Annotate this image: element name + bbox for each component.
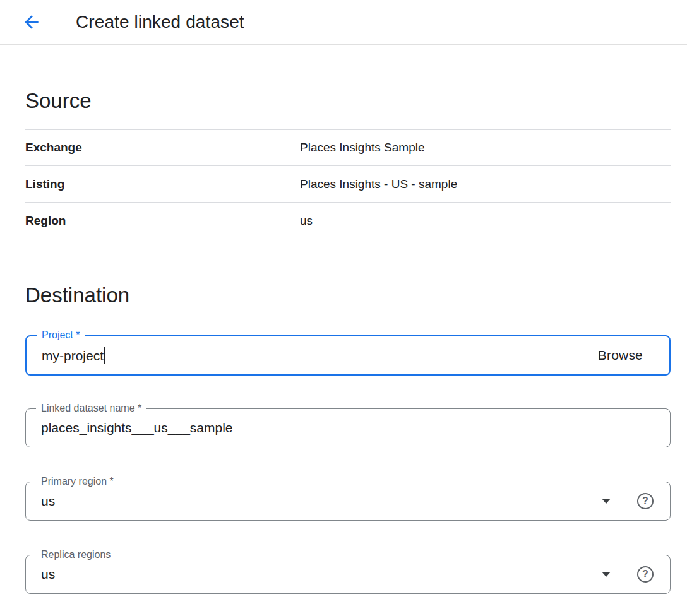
replica-regions-value: us — [41, 567, 602, 582]
browse-button[interactable]: Browse — [598, 348, 643, 363]
replica-regions-select[interactable]: Replica regions us ? — [25, 555, 671, 594]
text-cursor — [104, 347, 105, 364]
back-button[interactable] — [19, 9, 44, 35]
help-icon: ? — [637, 493, 654, 509]
dropdown-arrow-icon — [602, 572, 611, 577]
replica-regions-label: Replica regions — [36, 548, 116, 561]
header: Create linked dataset — [0, 0, 687, 45]
dropdown-arrow-icon — [602, 499, 611, 504]
row-label-region: Region — [25, 214, 300, 228]
primary-region-label: Primary region * — [36, 475, 119, 488]
linked-dataset-name-label: Linked dataset name * — [36, 402, 146, 415]
destination-section-heading: Destination — [25, 283, 671, 307]
page-title: Create linked dataset — [76, 12, 244, 32]
row-label-listing: Listing — [25, 177, 300, 191]
table-row-exchange: Exchange Places Insights Sample — [25, 129, 671, 166]
primary-region-select[interactable]: Primary region * us ? — [25, 482, 671, 521]
table-row-listing: Listing Places Insights - US - sample — [25, 166, 671, 203]
row-value-exchange: Places Insights Sample — [300, 141, 425, 155]
row-value-region: us — [300, 214, 313, 228]
linked-dataset-name-input[interactable]: places_insights___us___sample — [41, 420, 655, 435]
project-field-label: Project * — [37, 329, 85, 341]
linked-dataset-name-field[interactable]: Linked dataset name * places_insights___… — [25, 408, 671, 447]
arrow-back-icon — [21, 12, 42, 32]
project-input-value: my-project — [42, 348, 104, 363]
primary-region-value: us — [41, 494, 602, 509]
table-row-region: Region us — [25, 203, 671, 239]
primary-region-help-button[interactable]: ? — [636, 492, 655, 511]
main-content: Source Exchange Places Insights Sample L… — [0, 89, 687, 594]
row-value-listing: Places Insights - US - sample — [300, 177, 457, 191]
source-table: Exchange Places Insights Sample Listing … — [25, 129, 671, 239]
help-icon: ? — [637, 566, 654, 583]
replica-regions-help-button[interactable]: ? — [636, 565, 655, 584]
project-input[interactable]: my-project — [42, 347, 598, 364]
row-label-exchange: Exchange — [25, 141, 300, 155]
source-section-heading: Source — [25, 89, 671, 113]
project-field[interactable]: Project * my-project Browse — [25, 335, 671, 376]
